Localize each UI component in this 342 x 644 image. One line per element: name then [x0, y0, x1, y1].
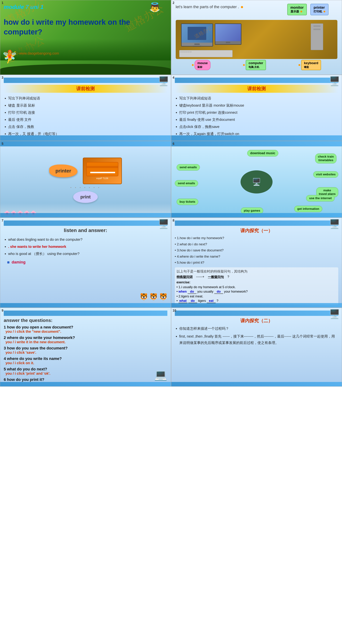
bottom-bar-5	[0, 213, 171, 218]
qa-4: 4 where do you write its name? you / i c…	[4, 356, 167, 365]
daming-section: daming	[7, 260, 167, 264]
computer-deco-7: 🖥️	[158, 219, 169, 229]
use-check-train: check traintimetables	[315, 154, 336, 164]
answer-4: you / i click on it.	[6, 361, 167, 365]
main-question-title: how do i write my homework on the comput…	[4, 18, 167, 37]
question-6: 6 how do you print it?	[4, 377, 167, 382]
tiger-icon-1: 🐯	[140, 293, 148, 300]
mouse-label: mouse鼠标	[194, 60, 210, 70]
blank-eat: eat	[207, 299, 216, 303]
cell-number-2: 2	[173, 1, 174, 5]
qa-1: 1 how do you open a new document? you / …	[4, 325, 167, 334]
bottom-bar-8	[171, 303, 342, 308]
angel-icon: 👼	[149, 2, 160, 12]
cell-number-5: 5	[2, 142, 4, 146]
use-visit-websites: visit websites	[313, 171, 338, 178]
section-title-8: 课内探究（一）	[175, 228, 338, 234]
list-item: 点击click 保存，挽救save	[179, 124, 338, 130]
list-item: first, next ,then ,finally 首先 ------，接下来…	[179, 333, 338, 346]
qa-5: 5 what do you do next? you / i click 'pr…	[4, 367, 167, 376]
vocab-list-4: 写出下列单词或短语 键盘keyboard 显示器 monitor 鼠标mouse…	[175, 96, 338, 136]
cell-number-7: 7	[2, 219, 4, 222]
cell-2: 2 let's learn the parts of the computer …	[171, 0, 342, 75]
audio-icon-mouse[interactable]	[192, 64, 194, 66]
answer-3: you / i click 'save'.	[6, 350, 167, 354]
list-item: 写出下列单词或短语	[8, 96, 167, 101]
bottom-bar-9	[0, 382, 171, 386]
list-item: 键盘keyboard 显示器 monitor 鼠标mouse	[179, 102, 338, 108]
audio-icon-printer[interactable]	[324, 11, 325, 12]
square-icon	[7, 261, 10, 264]
listen-title: listen and answer:	[4, 228, 167, 233]
qa-3: 3 how do you save the document? you / i …	[4, 346, 167, 354]
monitor-label: monitor 显示器	[287, 4, 307, 15]
cell-1: 1 道格办公 道格办公 道格办公 module 7 uni 1 👼 how do…	[0, 0, 171, 75]
cell-4: 4 课前检测 🖥️ 写出下列单词或短语 键盘keyboard 显示器 monit…	[171, 75, 342, 141]
computer-deco-8: 🖥️	[329, 219, 340, 229]
bottom-labels: mouse鼠标 computer电脑,主机 keyboard键盘	[176, 60, 338, 70]
use-buy-tickets: send emails	[175, 180, 198, 186]
qa-6: 6 how do you print it?	[4, 377, 167, 382]
use-send-emails: send emails	[176, 164, 200, 170]
exercise-item-4: • what do tigers eat ?	[176, 299, 337, 303]
audio-icon-keyboard[interactable]	[298, 64, 300, 66]
list-item: • 1.how do i write my homework?	[175, 236, 338, 241]
question-4: 4 where do you write its name?	[4, 356, 167, 361]
use-play-games: buy tickets	[176, 198, 198, 205]
computer-label-wrapper: computer电脑,主机	[243, 60, 266, 70]
list-item: 最后 finally 使用 use 文件document	[179, 117, 338, 122]
blank-do-2: do	[214, 290, 223, 294]
computer-deco-4: 🖥️	[329, 76, 340, 86]
audio-icon-computer[interactable]	[243, 64, 245, 66]
vocab-list-3: 写出下列单词或短语 键盘 显示器 鼠标 打印 打印机 连接 最后 使用 文件 点…	[4, 96, 167, 136]
top-bar-3	[4, 78, 167, 83]
top-labels: monitor 显示器 printer 打印机	[287, 4, 328, 15]
question-2: 2 where do you write your homework?	[4, 336, 167, 340]
daming-label: daming	[12, 260, 26, 264]
printer-word-bubble: printer	[49, 164, 78, 177]
list-item: 点击 保存，挽救	[8, 124, 167, 130]
blank-what: what	[178, 299, 188, 303]
answer-1: you / i click the "new document".	[6, 330, 167, 334]
top-bar-7	[4, 220, 167, 226]
section-title-4: 课前检测	[175, 85, 338, 93]
content-list-10: 你知道怎样来描述一个过程吗？ first, next ,then ,finall…	[175, 326, 338, 346]
cell-number-6: 6	[173, 142, 174, 146]
computer-center-icon: 🖥️	[252, 178, 261, 186]
audio-icon-monitor[interactable]	[300, 11, 302, 12]
keyboard-image	[179, 50, 232, 57]
list-item: 你知道怎样来描述一个过程吗？	[179, 326, 338, 331]
audio-icon[interactable]	[241, 6, 243, 8]
uses-diagram: 🖥️ download music check traintimetables …	[173, 148, 340, 216]
main-grid: 1 道格办公 道格办公 道格办公 module 7 uni 1 👼 how do…	[0, 0, 342, 386]
computer-photo: 道格办公	[176, 20, 338, 59]
cell-number-9: 9	[2, 309, 4, 312]
tiger-icons: 🐯 🐯 🐯	[140, 293, 167, 300]
top-bar-9	[4, 310, 167, 316]
top-bar-5	[0, 141, 171, 146]
bottom-bar-3	[0, 135, 171, 141]
computer-deco: 🖥️	[158, 76, 169, 86]
question-3: 3 how do you save the document?	[4, 346, 167, 350]
list-item: 打印 打印机 连接	[8, 110, 167, 115]
cpu-image	[311, 24, 323, 50]
cell-8: 8 🖥️ 课内探究（一） • 1.how do i write my homew…	[171, 218, 342, 308]
module-title: module 7 uni 1	[4, 4, 167, 10]
cell-7: 7 🖥️ listen and answer: what does lingli…	[0, 218, 171, 308]
list-item: • 2.what do i do next?	[175, 242, 338, 247]
printer-body	[86, 162, 118, 176]
printer-image: expdf* TLD6	[83, 158, 122, 184]
use-go-online: use the internet	[306, 195, 335, 202]
bottom-bar-10	[171, 382, 342, 386]
answer-5: you / i click 'print' and 'ok'.	[6, 372, 167, 376]
tiger-icon-3: 🐯	[159, 293, 167, 300]
list-item: who is good at （擅长） using the computer?	[8, 251, 167, 256]
bottom-bar-7	[0, 303, 171, 308]
mouse-label-wrapper: mouse鼠标	[192, 60, 210, 70]
top-bar-8	[175, 220, 338, 226]
monitor-image-2	[215, 24, 242, 45]
cell-3: 3 课前检测 🖥️ 写出下列单词或短语 键盘 显示器 鼠标 打印 打印机 连接 …	[0, 75, 171, 141]
exercise-item-3: • 2.tigers eat meat.	[176, 294, 337, 298]
qa-2: 2 where do you write your homework? you …	[4, 336, 167, 344]
cell-6: 6 🖥️ download music check traintimetable…	[171, 141, 342, 218]
